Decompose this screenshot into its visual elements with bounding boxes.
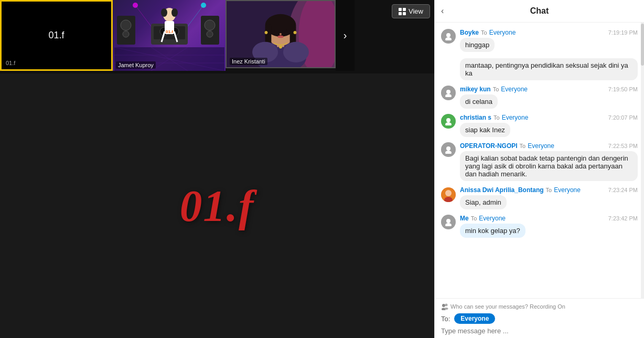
chat-messages-wrapper: Boyke To Everyone 7:19:19 PM hinggap man…: [435, 23, 644, 298]
msg-header-anissa: Anissa Dwi Aprilia_Bontang To Everyone 7…: [460, 186, 638, 194]
svg-point-51: [446, 90, 450, 94]
recipient-mikey: Everyone: [501, 86, 528, 93]
svg-point-21: [171, 8, 178, 17]
thumb3-participant: Inez Kristanti: [230, 58, 267, 65]
chat-message-continuation: mantaap, pentingnya pendidikan seksual s…: [441, 55, 638, 82]
avatar-me: [441, 215, 456, 229]
svg-point-60: [446, 219, 450, 223]
msg-body-mikey: mikey kun To Everyone 7:19:50 PM di cela…: [460, 86, 638, 109]
main-logo: 01.f: [180, 180, 255, 231]
thumb2-participant: Jamet Kuproy: [116, 61, 156, 69]
svg-point-40: [279, 46, 282, 49]
to-label: To:: [441, 315, 450, 323]
svg-point-49: [446, 33, 450, 37]
svg-point-64: [445, 304, 448, 307]
recipient-operator: Everyone: [528, 142, 554, 150]
to-label-me: To: [471, 215, 477, 221]
time-boyke: 7:19:19 PM: [608, 29, 638, 36]
bubble-christian: siap kak Inez: [460, 123, 510, 137]
collapse-icon[interactable]: ‹: [441, 6, 444, 16]
msg-body-christian: christian s To Everyone 7:20:07 PM siap …: [460, 114, 638, 137]
svg-point-50: [445, 37, 452, 40]
recipient-christian: Everyone: [502, 114, 529, 121]
main-area: 01.f 01.f: [0, 0, 434, 338]
svg-point-20: [161, 8, 167, 17]
svg-rect-47: [399, 12, 402, 15]
svg-point-37: [283, 29, 287, 32]
msg-body-operator: OPERATOR-NGOPI To Everyone 7:22:53 PM Ba…: [460, 142, 638, 181]
chat-input[interactable]: [441, 327, 638, 335]
svg-point-58: [445, 190, 452, 196]
svg-point-7: [121, 20, 131, 30]
person-icon-christian: [444, 117, 453, 125]
svg-point-10: [205, 20, 215, 30]
msg-header-mikey: mikey kun To Everyone 7:19:50 PM: [460, 86, 638, 93]
time-me: 7:23:42 PM: [608, 215, 638, 221]
scrollbar-thumb[interactable]: [641, 24, 644, 66]
msg-header-me: Me To Everyone 7:23:42 PM: [460, 215, 638, 222]
to-label-anissa: To: [546, 187, 552, 193]
svg-point-39: [277, 35, 284, 38]
avatar-anissa-img: [441, 187, 456, 202]
avatar-operator: [441, 142, 456, 157]
thumb1-title: 01.f: [48, 30, 64, 41]
bubble-me: min kok gelap ya?: [460, 224, 525, 238]
sender-anissa: Anissa Dwi Aprilia_Bontang: [460, 186, 544, 194]
chat-message-anissa: Anissa Dwi Aprilia_Bontang To Everyone 7…: [441, 184, 638, 212]
video-strip: 01.f 01.f: [0, 0, 434, 73]
sender-mikey: mikey kun: [460, 86, 491, 93]
video-thumb-jamet[interactable]: 01.f Jamet Kuproy: [113, 0, 226, 71]
svg-point-53: [446, 118, 450, 122]
sender-operator: OPERATOR-NGOPI: [460, 142, 518, 150]
svg-point-8: [123, 31, 129, 37]
video-thumb-01f[interactable]: 01.f 01.f: [0, 0, 113, 71]
sender-christian: christian s: [460, 114, 491, 121]
chat-title: Chat: [530, 6, 549, 16]
time-christian: 7:20:07 PM: [608, 114, 638, 121]
msg-header-boyke: Boyke To Everyone 7:19:19 PM: [460, 29, 638, 36]
bubble-operator: Bagi kalian sobat badak tetap pantengin …: [460, 151, 638, 181]
footer-info: Who can see your messages? Recording On: [441, 303, 638, 310]
msg-body-anissa: Anissa Dwi Aprilia_Bontang To Everyone 7…: [460, 186, 638, 209]
person-icon-mikey: [444, 89, 453, 97]
svg-point-42: [294, 31, 297, 34]
sender-me: Me: [460, 215, 469, 222]
svg-point-56: [445, 151, 452, 154]
chat-input-row: [441, 327, 638, 335]
bubble-boyke-2: mantaap, pentingnya pendidikan seksual s…: [460, 58, 638, 80]
svg-rect-45: [399, 8, 402, 11]
svg-rect-48: [403, 12, 406, 15]
msg-body-boyke: Boyke To Everyone 7:19:19 PM hinggap: [460, 29, 638, 52]
svg-point-36: [274, 29, 278, 32]
to-label-mikey: To: [493, 86, 499, 92]
svg-point-61: [445, 223, 452, 226]
chat-message-christian: christian s To Everyone 7:20:07 PM siap …: [441, 112, 638, 139]
to-badge[interactable]: Everyone: [454, 313, 495, 324]
chat-panel: ‹ Chat Boyke To Everyone 7:19:19: [434, 0, 644, 338]
chat-message-operator: OPERATOR-NGOPI To Everyone 7:22:53 PM Ba…: [441, 140, 638, 183]
avatar-christian: [441, 114, 456, 129]
svg-point-38: [280, 33, 282, 35]
video-thumb-inez[interactable]: Inez Kristanti: [226, 0, 336, 68]
msg-header-operator: OPERATOR-NGOPI To Everyone 7:22:53 PM: [460, 142, 638, 150]
svg-point-44: [283, 42, 309, 62]
to-label-operator: To: [520, 143, 526, 149]
next-arrow[interactable]: ›: [336, 0, 355, 71]
svg-point-54: [445, 122, 452, 125]
view-icon: [399, 8, 406, 15]
scrollbar-track[interactable]: [641, 23, 644, 298]
bubble-boyke-1: hinggap: [460, 38, 495, 52]
thumb1-subtitle: 01.f: [6, 60, 15, 66]
recipient-me: Everyone: [479, 215, 506, 222]
chat-message-me: Me To Everyone 7:23:42 PM min kok gelap …: [441, 213, 638, 240]
time-anissa: 7:23:24 PM: [608, 187, 638, 193]
chat-message-mikey: mikey kun To Everyone 7:19:50 PM di cela…: [441, 83, 638, 111]
person-icon-operator: [444, 145, 453, 154]
view-button[interactable]: View: [392, 4, 430, 18]
svg-line-25: [135, 5, 151, 26]
time-mikey: 7:19:50 PM: [608, 86, 638, 92]
chat-footer: Who can see your messages? Recording On …: [435, 298, 644, 338]
person-icon-me: [444, 218, 453, 226]
chat-message-boyke: Boyke To Everyone 7:19:19 PM hinggap: [441, 27, 638, 54]
svg-rect-46: [403, 8, 406, 11]
